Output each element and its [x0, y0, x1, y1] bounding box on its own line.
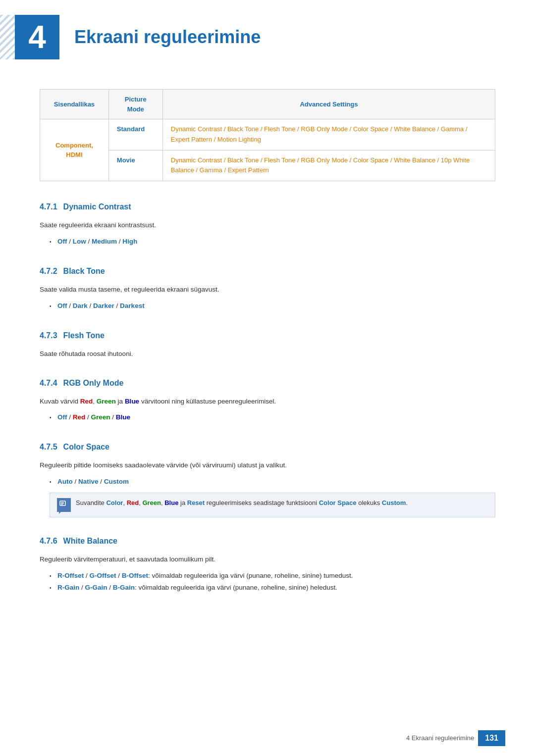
- option-off: Off: [57, 302, 67, 309]
- section-474-title: RGB Only Mode: [63, 377, 124, 389]
- note-red: Red: [127, 499, 139, 506]
- col-header-mode: Picture Mode: [108, 90, 162, 119]
- section-474-body: Kuvab värvid Red, Green ja Blue värvitoo…: [40, 396, 495, 407]
- section-471-number: 4.7.1: [40, 201, 57, 213]
- note-box-colorspace: Suvandite Color, Red, Green, Blue ja Res…: [50, 493, 495, 517]
- option-native: Native: [78, 478, 99, 485]
- note-color: Color: [106, 499, 123, 506]
- note-custom: Custom: [382, 499, 406, 506]
- option-blue: Blue: [116, 413, 130, 421]
- list-item-roffset: R-Offset / G-Offset / B-Offset: võimalda…: [50, 570, 495, 582]
- option-high: High: [122, 238, 137, 245]
- note-reset: Reset: [187, 499, 205, 506]
- advanced-movie: Dynamic Contrast / Black Tone / Flesh To…: [162, 150, 495, 181]
- section-476-number: 4.7.6: [40, 535, 57, 547]
- option-red: Red: [73, 413, 86, 421]
- section-473-title: Flesh Tone: [63, 330, 105, 342]
- section-472-heading: 4.7.2 Black Tone: [40, 265, 495, 277]
- page-footer: 4 Ekraani reguleerimine 131: [406, 730, 505, 746]
- mode-standard: Standard: [108, 119, 162, 151]
- section-474-bullets: Off / Red / Green / Blue: [40, 411, 495, 423]
- chapter-number: 4: [28, 21, 46, 53]
- option-b-gain: B-Gain: [113, 584, 135, 591]
- chapter-number-block: 4: [15, 15, 59, 59]
- col-header-source: Sisendallikas: [40, 90, 109, 119]
- settings-table: Sisendallikas Picture Mode Advanced Sett…: [40, 89, 495, 181]
- color-red: Red: [80, 398, 93, 405]
- color-green: Green: [97, 398, 116, 405]
- section-476-body: Reguleerib värvitemperatuuri, et saavuta…: [40, 554, 495, 565]
- footer-page-number: 131: [478, 730, 505, 746]
- section-472-number: 4.7.2: [40, 265, 57, 277]
- option-g-offset: G-Offset: [90, 572, 116, 579]
- note-text: Suvandite Color, Red, Green, Blue ja Res…: [76, 498, 408, 512]
- option-darker: Darker: [93, 302, 114, 309]
- section-475-title: Color Space: [63, 441, 109, 453]
- list-item: Off / Dark / Darker / Darkest: [50, 300, 495, 312]
- section-472-bullets: Off / Dark / Darker / Darkest: [40, 300, 495, 312]
- section-476-heading: 4.7.6 White Balance: [40, 535, 495, 547]
- option-b-offset: B-Offset: [122, 572, 148, 579]
- section-471-body: Saate reguleerida ekraani kontrastsust.: [40, 220, 495, 231]
- option-r-gain: R-Gain: [57, 584, 79, 591]
- section-475-bullets: Auto / Native / Custom: [40, 476, 495, 488]
- section-475-body: Reguleerib piltide loomiseks saadaolevat…: [40, 460, 495, 471]
- option-dark: Dark: [73, 302, 88, 309]
- option-green: Green: [91, 413, 110, 421]
- note-svg-icon: [59, 501, 68, 509]
- option-custom: Custom: [104, 478, 129, 485]
- page-header: 4 Ekraani reguleerimine: [0, 0, 535, 74]
- section-476-title: White Balance: [63, 535, 117, 547]
- section-473-heading: 4.7.3 Flesh Tone: [40, 330, 495, 342]
- list-item-rgain: R-Gain / G-Gain / B-Gain: võimaldab regu…: [50, 582, 495, 594]
- advanced-standard: Dynamic Contrast / Black Tone / Flesh To…: [162, 119, 495, 151]
- section-471-heading: 4.7.1 Dynamic Contrast: [40, 201, 495, 213]
- note-colorspace: Color Space: [319, 499, 357, 506]
- table-row: Component, HDMI Standard Dynamic Contras…: [40, 119, 495, 151]
- footer-text: 4 Ekraani reguleerimine: [406, 733, 474, 743]
- section-471-bullets: Off / Low / Medium / High: [40, 236, 495, 248]
- color-blue: Blue: [125, 398, 139, 405]
- note-blue: Blue: [164, 499, 178, 506]
- section-474-heading: 4.7.4 RGB Only Mode: [40, 377, 495, 389]
- option-off: Off: [57, 238, 67, 245]
- option-r-offset: R-Offset: [57, 572, 84, 579]
- option-off: Off: [57, 413, 67, 421]
- option-low: Low: [73, 238, 86, 245]
- section-475-number: 4.7.5: [40, 441, 57, 453]
- option-darkest: Darkest: [120, 302, 145, 309]
- section-473-body: Saate rõhutada roosat ihutooni.: [40, 349, 495, 359]
- list-item: Off / Low / Medium / High: [50, 236, 495, 248]
- list-item: Off / Red / Green / Blue: [50, 411, 495, 423]
- section-472-body: Saate valida musta taseme, et reguleerid…: [40, 284, 495, 295]
- section-475-heading: 4.7.5 Color Space: [40, 441, 495, 453]
- col-header-advanced: Advanced Settings: [162, 90, 495, 119]
- note-green: Green: [142, 499, 161, 506]
- section-476-bullets: R-Offset / G-Offset / B-Offset: võimalda…: [40, 570, 495, 594]
- list-item: Auto / Native / Custom: [50, 476, 495, 488]
- option-medium: Medium: [92, 238, 117, 245]
- mode-movie: Movie: [108, 150, 162, 181]
- chapter-title: Ekraani reguleerimine: [74, 24, 261, 50]
- section-474-number: 4.7.4: [40, 377, 57, 389]
- option-g-gain: G-Gain: [85, 584, 107, 591]
- section-472-title: Black Tone: [63, 265, 105, 277]
- section-473-number: 4.7.3: [40, 330, 57, 342]
- main-content: Sisendallikas Picture Mode Advanced Sett…: [0, 74, 535, 629]
- option-auto: Auto: [57, 478, 73, 485]
- source-cell: Component, HDMI: [40, 119, 109, 181]
- section-471-title: Dynamic Contrast: [63, 201, 131, 213]
- note-icon: [57, 498, 71, 512]
